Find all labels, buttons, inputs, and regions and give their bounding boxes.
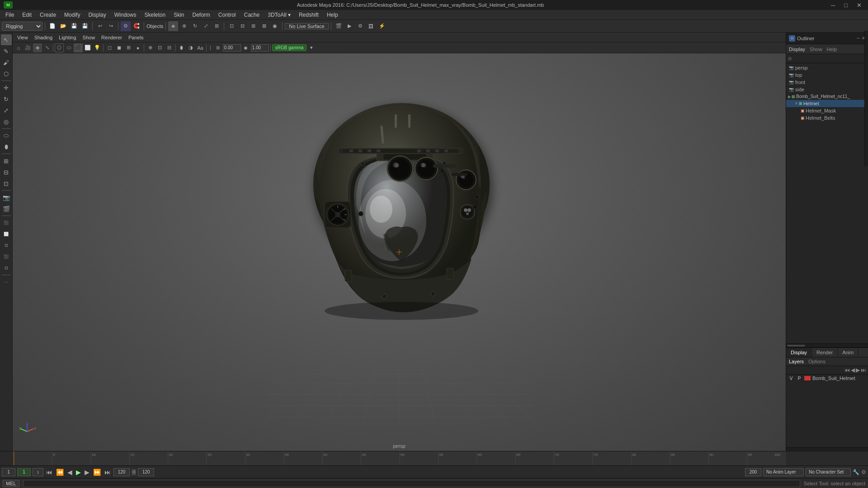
- end-frame-input[interactable]: 120: [113, 468, 130, 476]
- render-all[interactable]: ⚡: [377, 21, 387, 31]
- open-btn[interactable]: 📂: [58, 21, 68, 31]
- outliner-item-top[interactable]: 📷 top: [786, 71, 868, 79]
- vp-smooth-btn[interactable]: ⬭: [64, 43, 73, 52]
- gamma-btn[interactable]: sRGB gamma: [272, 44, 307, 51]
- vp-head-up-btn[interactable]: ●: [133, 43, 142, 52]
- snap-grid-btn[interactable]: ⊞: [1, 155, 12, 166]
- outliner-item-front[interactable]: 📷 front: [786, 79, 868, 86]
- layer-back-btn[interactable]: ⏮: [844, 367, 850, 373]
- save-as-btn[interactable]: 💾: [80, 21, 90, 31]
- scale-tool[interactable]: ⤢: [201, 21, 211, 31]
- vp-value1-input[interactable]: 0.00: [223, 44, 241, 52]
- menu-redshift[interactable]: Redshift: [295, 11, 322, 19]
- menu-create[interactable]: Create: [36, 11, 60, 19]
- render-options[interactable]: ⚙: [355, 21, 365, 31]
- menu-edit[interactable]: Edit: [19, 11, 35, 19]
- mel-input[interactable]: [23, 480, 800, 487]
- range-start-input[interactable]: 1: [2, 468, 15, 476]
- snap5[interactable]: ◉: [270, 21, 280, 31]
- show-manip-btn[interactable]: ◎: [1, 116, 12, 127]
- vp-menu-view[interactable]: View: [14, 34, 31, 41]
- vp-snap-grid2-btn[interactable]: ⊟: [165, 43, 174, 52]
- menu-modify[interactable]: Modify: [61, 11, 84, 19]
- snap3[interactable]: ⊞: [248, 21, 258, 31]
- outliner-item-bombsuit[interactable]: ▶ ⊞ Bomb_Suit_Helmet_nc11_: [786, 93, 868, 100]
- options-subtab[interactable]: Options: [808, 359, 826, 364]
- render-settings-btn[interactable]: ⚙: [121, 21, 131, 31]
- vp-select2-btn[interactable]: ◈: [33, 43, 42, 52]
- display3-btn[interactable]: ⊡: [1, 240, 12, 251]
- vp-aa-btn[interactable]: Aa: [196, 43, 205, 52]
- vp-light-btn[interactable]: 💡: [93, 43, 102, 52]
- vp-menu-panels[interactable]: Panels: [126, 34, 146, 41]
- vp-settings-btn[interactable]: ▾: [307, 43, 316, 52]
- le-tab-render[interactable]: Render: [812, 348, 838, 357]
- soft-select-btn[interactable]: ⬭: [1, 130, 12, 141]
- current-frame-input[interactable]: 1: [17, 468, 31, 476]
- vp-camera-btn2[interactable]: 🎥: [24, 43, 33, 52]
- transport-to-start[interactable]: ⏮: [45, 469, 53, 476]
- layer-scrollbar[interactable]: [786, 447, 868, 451]
- close-button[interactable]: ✕: [854, 2, 864, 9]
- outliner-minimize-btn[interactable]: ─: [857, 36, 860, 41]
- snap4[interactable]: ⊠: [259, 21, 269, 31]
- ipr-render[interactable]: ▶: [344, 21, 354, 31]
- show-render[interactable]: 🖼: [366, 21, 376, 31]
- viewport[interactable]: persp X Y Z: [13, 53, 786, 451]
- render-frame[interactable]: 🎬: [334, 21, 344, 31]
- snap-curve-btn[interactable]: ⊟: [1, 167, 12, 178]
- outliner-item-side[interactable]: 📷 side: [786, 86, 868, 93]
- command-mode-label[interactable]: MEL: [3, 480, 19, 487]
- vp-grid-btn[interactable]: ⊞: [124, 43, 133, 52]
- outliner-scrollbar-bottom[interactable]: [786, 343, 868, 347]
- transport-prev-frame[interactable]: ◀: [66, 469, 73, 476]
- vp-wireframe-btn[interactable]: ⬡: [55, 43, 64, 52]
- vp-shaded-btn[interactable]: ⬛: [74, 43, 83, 52]
- vp-xray-btn[interactable]: ⬮: [177, 43, 186, 52]
- vp-bbox-btn[interactable]: ◼: [114, 43, 123, 52]
- layer-vis-btn[interactable]: V: [788, 376, 794, 381]
- menu-help[interactable]: Help: [323, 11, 342, 19]
- transport-to-end[interactable]: ⏭: [104, 469, 112, 476]
- vp-menu-renderer[interactable]: Renderer: [99, 34, 125, 41]
- redo-btn[interactable]: ↪: [106, 21, 116, 31]
- char-set-dropdown[interactable]: No Character Set: [806, 468, 851, 476]
- vp-snap-pt2-btn[interactable]: ⊡: [155, 43, 164, 52]
- more-tools-btn[interactable]: ⋯: [1, 277, 12, 287]
- display1-btn[interactable]: ⬛: [1, 217, 12, 228]
- restore-button[interactable]: □: [841, 2, 850, 9]
- layer-fwd-btn[interactable]: ⏭: [861, 367, 866, 373]
- transport-play[interactable]: ▶: [75, 469, 82, 476]
- save-btn[interactable]: 💾: [69, 21, 79, 31]
- anim-layer-dropdown[interactable]: No Anim Layer: [763, 468, 804, 476]
- vp-menu-lighting[interactable]: Lighting: [56, 34, 79, 41]
- camera-btn[interactable]: 📷: [1, 192, 12, 203]
- transport-next-frame[interactable]: ▶: [84, 469, 90, 476]
- minimize-button[interactable]: ─: [828, 2, 838, 9]
- menu-deform[interactable]: Deform: [189, 11, 214, 19]
- outliner-item-helmet-mask[interactable]: ▣ Helmet_Mask: [786, 107, 868, 114]
- snap-btn1[interactable]: 🧲: [132, 21, 142, 31]
- vp-menu-show[interactable]: Show: [80, 34, 98, 41]
- vp-menu-shading[interactable]: Shading: [32, 34, 55, 41]
- vp-value2-input[interactable]: 1.00: [251, 44, 269, 52]
- sculpt-btn[interactable]: 🖌: [1, 57, 12, 68]
- outliner-scrollbar-right[interactable]: [864, 33, 868, 166]
- layer-color-swatch[interactable]: [804, 376, 811, 380]
- char-set-btn2[interactable]: ⚙: [861, 469, 866, 475]
- char-set-btn1[interactable]: 🔧: [853, 469, 859, 475]
- display5-btn[interactable]: ⊡: [1, 263, 12, 273]
- vp-backface-btn[interactable]: ◑: [186, 43, 195, 52]
- vp-move2-btn[interactable]: ⤡: [42, 43, 52, 52]
- display2-btn[interactable]: ⬜: [1, 229, 12, 239]
- outliner-tab-display[interactable]: Display: [789, 47, 805, 52]
- menu-display[interactable]: Display: [85, 11, 109, 19]
- snap1[interactable]: ⊡: [226, 21, 236, 31]
- vp-snap3d-btn[interactable]: ⊕: [146, 43, 155, 52]
- outliner-item-helmet[interactable]: ▼ ⊞ Helmet: [786, 100, 868, 107]
- rotate-tool[interactable]: ↻: [190, 21, 200, 31]
- menu-control[interactable]: Control: [215, 11, 240, 19]
- layer-row-bombsuit[interactable]: V P Bomb_Suit_Helmet: [786, 375, 868, 382]
- mode-dropdown[interactable]: Rigging: [2, 22, 42, 31]
- layers-subtab[interactable]: Layers: [789, 359, 804, 364]
